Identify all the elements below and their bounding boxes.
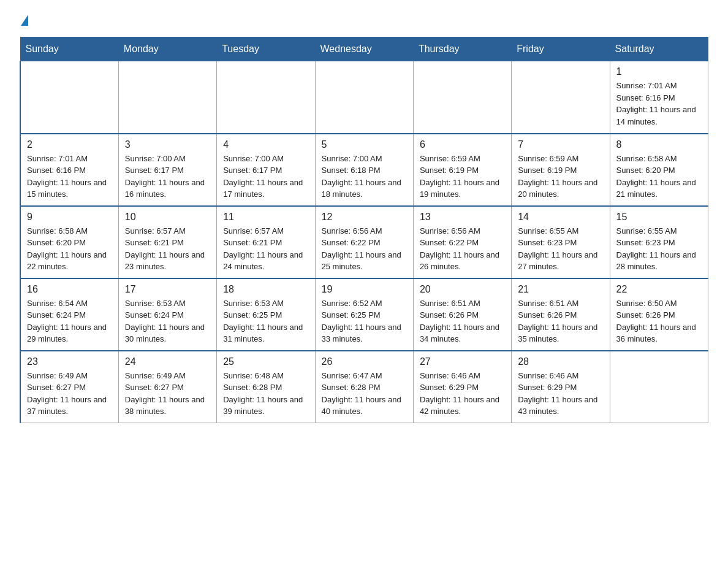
calendar-cell: 27Sunrise: 6:46 AMSunset: 6:29 PMDayligh… (413, 351, 511, 423)
day-number: 20 (420, 284, 505, 295)
header-sunday: Sunday (20, 37, 118, 61)
sunset-text: Sunset: 6:22 PM (322, 237, 407, 249)
daylight-text: Daylight: 11 hours and 42 minutes. (420, 394, 505, 418)
day-info: Sunrise: 6:56 AMSunset: 6:22 PMDaylight:… (420, 225, 505, 273)
calendar-cell: 19Sunrise: 6:52 AMSunset: 6:25 PMDayligh… (315, 278, 413, 351)
day-number: 27 (420, 356, 505, 367)
sunrise-text: Sunrise: 6:58 AM (616, 153, 702, 165)
calendar-cell: 13Sunrise: 6:56 AMSunset: 6:22 PMDayligh… (413, 206, 511, 278)
header-wednesday: Wednesday (315, 37, 413, 61)
day-info: Sunrise: 6:52 AMSunset: 6:25 PMDaylight:… (322, 297, 407, 345)
calendar-cell (413, 61, 511, 134)
day-number: 3 (125, 139, 210, 150)
day-number: 22 (616, 284, 702, 295)
day-number: 18 (223, 284, 308, 295)
day-info: Sunrise: 6:58 AMSunset: 6:20 PMDaylight:… (27, 225, 112, 273)
daylight-text: Daylight: 11 hours and 43 minutes. (518, 394, 603, 418)
daylight-text: Daylight: 11 hours and 33 minutes. (322, 321, 407, 345)
day-info: Sunrise: 6:59 AMSunset: 6:19 PMDaylight:… (518, 153, 603, 201)
sunrise-text: Sunrise: 6:47 AM (322, 370, 407, 382)
day-number: 10 (125, 212, 210, 223)
calendar-cell: 9Sunrise: 6:58 AMSunset: 6:20 PMDaylight… (20, 206, 118, 278)
sunrise-text: Sunrise: 6:49 AM (27, 370, 112, 382)
sunset-text: Sunset: 6:28 PM (322, 381, 407, 394)
calendar-cell: 15Sunrise: 6:55 AMSunset: 6:23 PMDayligh… (610, 206, 708, 278)
sunset-text: Sunset: 6:17 PM (125, 164, 210, 177)
day-info: Sunrise: 6:56 AMSunset: 6:22 PMDaylight:… (322, 225, 407, 273)
sunset-text: Sunset: 6:29 PM (518, 381, 603, 394)
sunrise-text: Sunrise: 6:57 AM (125, 225, 210, 237)
sunrise-text: Sunrise: 6:46 AM (420, 370, 505, 382)
daylight-text: Daylight: 11 hours and 40 minutes. (322, 394, 407, 418)
calendar-cell: 2Sunrise: 7:01 AMSunset: 6:16 PMDaylight… (20, 134, 118, 206)
calendar-cell: 8Sunrise: 6:58 AMSunset: 6:20 PMDaylight… (610, 134, 708, 206)
day-info: Sunrise: 6:47 AMSunset: 6:28 PMDaylight:… (322, 370, 407, 418)
header-saturday: Saturday (610, 37, 708, 61)
header-tuesday: Tuesday (217, 37, 315, 61)
calendar-cell: 20Sunrise: 6:51 AMSunset: 6:26 PMDayligh… (413, 278, 511, 351)
calendar-cell: 18Sunrise: 6:53 AMSunset: 6:25 PMDayligh… (217, 278, 315, 351)
calendar-cell: 6Sunrise: 6:59 AMSunset: 6:19 PMDaylight… (413, 134, 511, 206)
day-info: Sunrise: 6:46 AMSunset: 6:29 PMDaylight:… (420, 370, 505, 418)
day-info: Sunrise: 6:48 AMSunset: 6:28 PMDaylight:… (223, 370, 308, 418)
day-info: Sunrise: 6:58 AMSunset: 6:20 PMDaylight:… (616, 153, 702, 201)
calendar-week-row: 2Sunrise: 7:01 AMSunset: 6:16 PMDaylight… (20, 134, 708, 206)
day-info: Sunrise: 7:00 AMSunset: 6:17 PMDaylight:… (223, 153, 308, 201)
day-number: 21 (518, 284, 603, 295)
day-info: Sunrise: 6:57 AMSunset: 6:21 PMDaylight:… (125, 225, 210, 273)
calendar-week-row: 16Sunrise: 6:54 AMSunset: 6:24 PMDayligh… (20, 278, 708, 351)
sunset-text: Sunset: 6:24 PM (125, 309, 210, 321)
calendar-cell: 3Sunrise: 7:00 AMSunset: 6:17 PMDaylight… (118, 134, 216, 206)
sunset-text: Sunset: 6:26 PM (616, 309, 702, 321)
sunrise-text: Sunrise: 6:59 AM (420, 153, 505, 165)
day-info: Sunrise: 6:57 AMSunset: 6:21 PMDaylight:… (223, 225, 308, 273)
calendar-week-row: 1Sunrise: 7:01 AMSunset: 6:16 PMDaylight… (20, 61, 708, 134)
calendar-cell: 22Sunrise: 6:50 AMSunset: 6:26 PMDayligh… (610, 278, 708, 351)
daylight-text: Daylight: 11 hours and 37 minutes. (27, 394, 112, 418)
day-number: 12 (322, 212, 407, 223)
day-info: Sunrise: 6:51 AMSunset: 6:26 PMDaylight:… (518, 297, 603, 345)
day-number: 14 (518, 212, 603, 223)
daylight-text: Daylight: 11 hours and 36 minutes. (616, 321, 702, 345)
sunset-text: Sunset: 6:26 PM (518, 309, 603, 321)
sunset-text: Sunset: 6:16 PM (616, 92, 702, 104)
day-info: Sunrise: 6:53 AMSunset: 6:24 PMDaylight:… (125, 297, 210, 345)
daylight-text: Daylight: 11 hours and 29 minutes. (27, 321, 112, 345)
sunrise-text: Sunrise: 6:53 AM (125, 297, 210, 310)
day-number: 19 (322, 284, 407, 295)
sunrise-text: Sunrise: 6:57 AM (223, 225, 308, 237)
day-number: 2 (27, 139, 112, 150)
daylight-text: Daylight: 11 hours and 16 minutes. (125, 177, 210, 201)
calendar-cell (512, 61, 610, 134)
calendar-cell: 25Sunrise: 6:48 AMSunset: 6:28 PMDayligh… (217, 351, 315, 423)
day-number: 13 (420, 212, 505, 223)
daylight-text: Daylight: 11 hours and 24 minutes. (223, 249, 308, 273)
calendar-cell: 7Sunrise: 6:59 AMSunset: 6:19 PMDaylight… (512, 134, 610, 206)
sunset-text: Sunset: 6:20 PM (27, 237, 112, 249)
day-number: 28 (518, 356, 603, 367)
sunrise-text: Sunrise: 6:51 AM (518, 297, 603, 310)
daylight-text: Daylight: 11 hours and 20 minutes. (518, 177, 603, 201)
day-info: Sunrise: 6:54 AMSunset: 6:24 PMDaylight:… (27, 297, 112, 345)
day-number: 7 (518, 139, 603, 150)
sunrise-text: Sunrise: 6:54 AM (27, 297, 112, 310)
calendar-cell: 4Sunrise: 7:00 AMSunset: 6:17 PMDaylight… (217, 134, 315, 206)
calendar-cell: 28Sunrise: 6:46 AMSunset: 6:29 PMDayligh… (512, 351, 610, 423)
calendar-cell (217, 61, 315, 134)
calendar-cell (20, 61, 118, 134)
sunrise-text: Sunrise: 7:01 AM (616, 80, 702, 92)
daylight-text: Daylight: 11 hours and 14 minutes. (616, 104, 702, 128)
day-number: 4 (223, 139, 308, 150)
sunrise-text: Sunrise: 6:49 AM (125, 370, 210, 382)
sunrise-text: Sunrise: 6:56 AM (322, 225, 407, 237)
logo (20, 15, 28, 26)
daylight-text: Daylight: 11 hours and 34 minutes. (420, 321, 505, 345)
daylight-text: Daylight: 11 hours and 21 minutes. (616, 177, 702, 201)
calendar-cell (610, 351, 708, 423)
calendar-cell: 1Sunrise: 7:01 AMSunset: 6:16 PMDaylight… (610, 61, 708, 134)
day-number: 17 (125, 284, 210, 295)
sunrise-text: Sunrise: 6:55 AM (518, 225, 603, 237)
daylight-text: Daylight: 11 hours and 17 minutes. (223, 177, 308, 201)
sunrise-text: Sunrise: 6:51 AM (420, 297, 505, 310)
calendar-cell: 10Sunrise: 6:57 AMSunset: 6:21 PMDayligh… (118, 206, 216, 278)
